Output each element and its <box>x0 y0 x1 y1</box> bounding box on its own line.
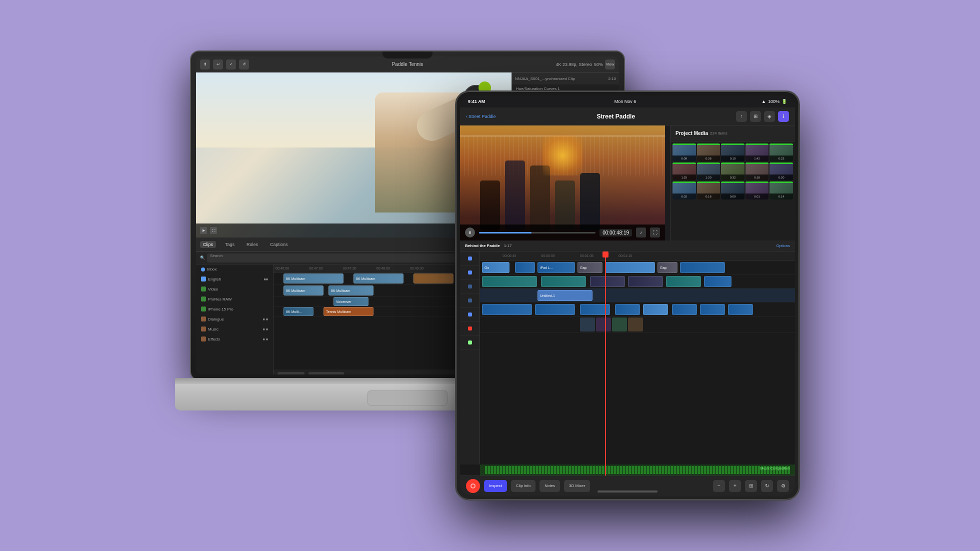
settings-icon-btn[interactable]: ⚙ <box>777 480 789 492</box>
nav-back-btn[interactable]: ‹ Street Paddle <box>466 114 496 119</box>
clip-voiceover[interactable]: Voiceover <box>334 297 368 306</box>
media-thumb-7[interactable]: 1:20 <box>697 162 720 180</box>
mini-thumb-3 <box>612 318 627 332</box>
clip-multicam-1[interactable]: 8K Multicam <box>284 274 344 284</box>
media-thumb-5[interactable]: 0:23 <box>770 144 793 162</box>
media-thumb-10[interactable]: 0:20 <box>770 162 793 180</box>
ipad-clip-dark-1[interactable] <box>590 276 625 287</box>
clip-b-roll[interactable]: 8K Multi... <box>284 307 314 316</box>
media-thumb-6[interactable]: 1:25 <box>672 162 696 180</box>
sidebar-prores[interactable]: ProRes RAW <box>196 294 273 304</box>
play-btn[interactable]: ▶ <box>200 227 207 234</box>
sidebar-dialogue[interactable]: Dialogue ■ ■ <box>196 314 273 324</box>
check-btn[interactable]: ✓ <box>226 60 236 70</box>
inspector-clip-name: NNJAA_S001_...ynchronized Clip <box>515 76 606 81</box>
ipad-clip-teal-2[interactable] <box>541 276 586 287</box>
ipad-clip-row4-1[interactable] <box>482 304 532 315</box>
ipad-clip-blue-end[interactable] <box>704 276 732 287</box>
ipad-clip-go[interactable]: Go <box>482 262 510 273</box>
clip-info-btn[interactable]: Clip Info <box>511 480 536 492</box>
options-btn[interactable]: Options <box>776 244 790 248</box>
notes-btn[interactable]: Notes <box>540 480 560 492</box>
hide-audio-btn[interactable]: Hide Audio Lanes <box>308 372 344 374</box>
ipad-clip-teal-3[interactable] <box>666 276 701 287</box>
media-thumb-2[interactable]: 0:26 <box>697 144 720 162</box>
forward-btn[interactable]: ↩ <box>213 60 223 70</box>
ipad-home-indicator <box>598 490 658 492</box>
ipad-clip-5[interactable] <box>680 262 725 273</box>
record-button[interactable] <box>466 479 480 493</box>
media-thumb-14[interactable]: 0:01 <box>746 182 769 200</box>
inspector-duration: 2:10 <box>608 76 616 81</box>
ipad-clip-row4-4[interactable] <box>615 304 640 315</box>
ipad-timeline: 00:00:3500:00:4500:00:5500:01:0500:01:10… <box>460 252 795 476</box>
tab-clips[interactable]: Clips <box>200 241 216 248</box>
tab-roles[interactable]: Roles <box>244 241 261 248</box>
ipad-clip-gap-1[interactable]: Gap <box>578 262 602 273</box>
progress-bar[interactable] <box>479 232 596 234</box>
media-thumb-1[interactable]: 0:09 <box>672 144 696 162</box>
ipad-play-btn[interactable]: ⏸ <box>465 228 475 238</box>
ipad-clip-dark-2[interactable] <box>628 276 663 287</box>
color-icon-btn[interactable]: ◈ <box>764 111 775 122</box>
ipad-clip-row4-8[interactable] <box>728 304 753 315</box>
media-thumb-12[interactable]: 0:16 <box>697 182 720 200</box>
ipad: 9:41 AM Mon Nov 6 ▲ 100% 🔋 ‹ Street Padd… <box>455 90 800 500</box>
sidebar-video[interactable]: Video <box>196 284 273 294</box>
sidebar-effects[interactable]: Effects ■ ■ <box>196 334 273 344</box>
inspect-btn[interactable]: Inspect <box>484 480 507 492</box>
3d-mixer-btn[interactable]: 3D Mixer <box>564 480 590 492</box>
view-btn[interactable]: View <box>605 60 615 70</box>
media-thumb-11[interactable]: 0:02 <box>672 182 696 200</box>
clip-multicam-2[interactable]: 8K Multicam <box>354 274 404 284</box>
zoom-in-icon-btn[interactable]: + <box>729 480 741 492</box>
ipad-clip-gap-2[interactable]: Gap <box>658 262 678 273</box>
resolution-label: 4K 23.98p, Stereo <box>556 62 592 67</box>
ipad-clip-ipad-l[interactable]: iPad L... <box>538 262 575 273</box>
media-thumb-3[interactable]: 0:10 <box>721 144 744 162</box>
ipad-clip-row4-7[interactable] <box>700 304 725 315</box>
media-thumb-9[interactable]: 0:18 <box>746 162 769 180</box>
inspector-icon-btn[interactable]: ℹ <box>778 111 789 122</box>
ipad-clip-row4-2[interactable] <box>535 304 575 315</box>
ipad-clip-row4-5[interactable] <box>643 304 668 315</box>
ipad-clip-untitled[interactable]: Untitled-1 <box>538 290 592 301</box>
fullscreen-btn[interactable]: ⛶ <box>650 228 660 238</box>
media-thumb-15[interactable]: 0:14 <box>770 182 793 200</box>
track-label-3 <box>460 280 480 294</box>
media-thumb-4[interactable]: 1:42 <box>746 144 769 162</box>
ipad-clip-4[interactable] <box>605 262 655 273</box>
zoom-out-icon-btn[interactable]: − <box>713 480 725 492</box>
fcpx-toolbar: ⬆ ↩ ✓ ↺ Paddle Tennis 4K 23.98p, Stereo … <box>196 56 619 72</box>
fullscreen-btn[interactable]: ⛶ <box>210 227 217 234</box>
clip-multicam-5[interactable]: 8K Multicam <box>328 286 374 296</box>
loop-icon-btn[interactable]: ↻ <box>761 480 773 492</box>
nav-icons: ↑ ⊞ ◈ ℹ <box>736 111 789 122</box>
ipad-clip-row4-6[interactable] <box>672 304 697 315</box>
media-thumb-13[interactable]: 0:09 <box>721 182 744 200</box>
music-composition-label: Music Composition <box>760 466 790 470</box>
ipad-clip-teal-1[interactable] <box>482 276 537 287</box>
track-label-4 <box>460 294 480 308</box>
seq-title: Behind the Paddle <box>465 244 500 248</box>
nav-back-label: Street Paddle <box>468 114 496 119</box>
sidebar-iphone[interactable]: iPhone 15 Pro <box>196 304 273 314</box>
sidebar-english[interactable]: English ■■ <box>196 274 273 284</box>
media-count: 224 items <box>710 131 728 136</box>
grid-icon-btn[interactable]: ⊞ <box>745 480 757 492</box>
clip-tennis[interactable]: Tennis Multicam <box>324 307 374 316</box>
media-icon-btn[interactable]: ⊞ <box>750 111 761 122</box>
tab-tags[interactable]: Tags <box>222 241 238 248</box>
ipad-clip-2[interactable] <box>515 262 535 273</box>
sidebar-music[interactable]: Music ■ ■ <box>196 324 273 334</box>
back-btn[interactable]: ⬆ <box>200 60 210 70</box>
edit-roles-btn[interactable]: Edit Roles... <box>278 372 304 374</box>
audio-btn[interactable]: ♪ <box>636 228 646 238</box>
share-icon-btn[interactable]: ↑ <box>736 111 747 122</box>
tab-captions[interactable]: Captions <box>267 241 291 248</box>
clip-multicam-4[interactable]: 8K Multicam <box>284 286 324 296</box>
refresh-btn[interactable]: ↺ <box>239 60 249 70</box>
clip-highlight[interactable] <box>414 274 454 284</box>
media-thumb-8[interactable]: 0:32 <box>721 162 744 180</box>
sidebar-inbox[interactable]: Inbox <box>196 264 273 274</box>
